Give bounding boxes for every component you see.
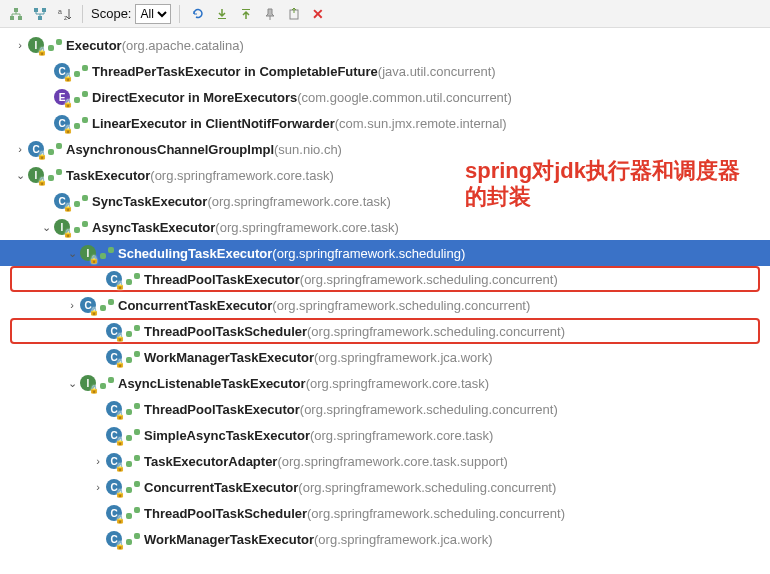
node-package: (sun.nio.ch) — [274, 142, 342, 157]
lock-icon: 🔒 — [63, 229, 73, 238]
chevron-right-icon[interactable]: › — [12, 141, 28, 157]
interface-icon: I🔒 — [80, 245, 96, 261]
lock-icon: 🔒 — [63, 99, 73, 108]
node-name: TaskExecutorAdapter — [144, 454, 277, 469]
tree-row[interactable]: ›C🔒ConcurrentTaskExecutor (org.springfra… — [0, 292, 770, 318]
node-name: AsyncTaskExecutor — [92, 220, 215, 235]
tree-row[interactable]: ⌄I🔒AsyncTaskExecutor (org.springframewor… — [0, 214, 770, 240]
implements-icon — [126, 507, 140, 519]
svg-rect-2 — [18, 16, 22, 20]
node-name: ThreadPoolTaskExecutor — [144, 402, 300, 417]
node-name: SchedulingTaskExecutor — [118, 246, 272, 261]
tree-row[interactable]: ›C🔒TaskExecutorAdapter (org.springframew… — [0, 448, 770, 474]
refresh-icon[interactable] — [188, 4, 208, 24]
node-name: AsynchronousChannelGroupImpl — [66, 142, 274, 157]
pin-icon[interactable] — [260, 4, 280, 24]
scope-label: Scope: — [91, 6, 131, 21]
chevron-right-icon[interactable]: › — [64, 297, 80, 313]
class-icon: C🔒 — [54, 193, 70, 209]
toolbar: az Scope: All ✕ — [0, 0, 770, 28]
class-icon: C🔒 — [106, 401, 122, 417]
node-package: (org.springframework.scheduling.concurre… — [300, 402, 558, 417]
lock-icon: 🔒 — [115, 437, 125, 446]
expand-all-icon[interactable] — [236, 4, 256, 24]
class-icon: C🔒 — [54, 63, 70, 79]
hierarchy-super-icon[interactable] — [30, 4, 50, 24]
implements-icon — [48, 39, 62, 51]
lock-icon: 🔒 — [37, 151, 47, 160]
sort-alpha-icon[interactable]: az — [54, 4, 74, 24]
node-package: (org.springframework.core.task) — [306, 376, 490, 391]
lock-icon: 🔒 — [37, 177, 47, 186]
export-icon[interactable] — [284, 4, 304, 24]
chevron-right-icon[interactable]: › — [90, 453, 106, 469]
tree-row[interactable]: ·C🔒SimpleAsyncTaskExecutor (org.springfr… — [0, 422, 770, 448]
tree-row[interactable]: ·C🔒SyncTaskExecutor (org.springframework… — [0, 188, 770, 214]
node-name: SyncTaskExecutor — [92, 194, 207, 209]
tree-row[interactable]: ›C🔒AsynchronousChannelGroupImpl (sun.nio… — [0, 136, 770, 162]
implements-icon — [126, 351, 140, 363]
tree-row[interactable]: ·E🔒DirectExecutor in MoreExecutors (com.… — [0, 84, 770, 110]
class-icon: C🔒 — [106, 427, 122, 443]
node-name: WorkManagerTaskExecutor — [144, 350, 314, 365]
interface-icon: I🔒 — [28, 37, 44, 53]
class-icon: C🔒 — [106, 453, 122, 469]
svg-rect-0 — [14, 8, 18, 12]
autoscroll-icon[interactable] — [212, 4, 232, 24]
node-name: SimpleAsyncTaskExecutor — [144, 428, 310, 443]
tree-row[interactable]: ·C🔒ThreadPoolTaskScheduler (org.springfr… — [10, 318, 760, 344]
lock-icon: 🔒 — [115, 515, 125, 524]
chevron-down-icon[interactable]: ⌄ — [64, 375, 80, 391]
tree-row[interactable]: ·C🔒ThreadPerTaskExecutor in CompletableF… — [0, 58, 770, 84]
lock-icon: 🔒 — [115, 411, 125, 420]
lock-icon: 🔒 — [115, 333, 125, 342]
node-package: (java.util.concurrent) — [378, 64, 496, 79]
node-name: ThreadPoolTaskScheduler — [144, 324, 307, 339]
node-package: (com.sun.jmx.remote.internal) — [335, 116, 507, 131]
lock-icon: 🔒 — [63, 73, 73, 82]
node-package: (org.springframework.scheduling.concurre… — [298, 480, 556, 495]
close-icon[interactable]: ✕ — [308, 4, 328, 24]
node-package: (org.springframework.jca.work) — [314, 350, 492, 365]
tree-row[interactable]: ⌄I🔒SchedulingTaskExecutor (org.springfra… — [0, 240, 770, 266]
implements-icon — [126, 533, 140, 545]
implements-icon — [100, 247, 114, 259]
implements-icon — [74, 117, 88, 129]
node-name: ConcurrentTaskExecutor — [118, 298, 272, 313]
tree-row[interactable]: ›C🔒ConcurrentTaskExecutor (org.springfra… — [0, 474, 770, 500]
chevron-right-icon[interactable]: › — [90, 479, 106, 495]
class-icon: C🔒 — [106, 479, 122, 495]
chevron-down-icon[interactable]: ⌄ — [38, 219, 54, 235]
scope-select[interactable]: All — [135, 4, 171, 24]
class-icon: C🔒 — [28, 141, 44, 157]
svg-rect-1 — [10, 16, 14, 20]
node-name: DirectExecutor in MoreExecutors — [92, 90, 297, 105]
tree-row[interactable]: ·C🔒ThreadPoolTaskExecutor (org.springfra… — [0, 396, 770, 422]
node-package: (org.springframework.core.task) — [207, 194, 391, 209]
node-package: (org.springframework.scheduling) — [272, 246, 465, 261]
interface-icon: I🔒 — [54, 219, 70, 235]
tree-row[interactable]: ·C🔒ThreadPoolTaskExecutor (org.springfra… — [10, 266, 760, 292]
chevron-right-icon[interactable]: › — [12, 37, 28, 53]
tree-row[interactable]: ⌄I🔒AsyncListenableTaskExecutor (org.spri… — [0, 370, 770, 396]
tree-row[interactable]: ·C🔒WorkManagerTaskExecutor (org.springfr… — [0, 526, 770, 552]
chevron-down-icon[interactable]: ⌄ — [64, 245, 80, 261]
implements-icon — [100, 299, 114, 311]
interface-icon: I🔒 — [28, 167, 44, 183]
svg-rect-3 — [38, 16, 42, 20]
tree-row[interactable]: ·C🔒ThreadPoolTaskScheduler (org.springfr… — [0, 500, 770, 526]
chevron-down-icon[interactable]: ⌄ — [12, 167, 28, 183]
node-package: (org.springframework.core.task.support) — [277, 454, 507, 469]
tree-row[interactable]: ⌄I🔒TaskExecutor (org.springframework.cor… — [0, 162, 770, 188]
tree-row[interactable]: ·C🔒WorkManagerTaskExecutor (org.springfr… — [0, 344, 770, 370]
tree-row[interactable]: ·C🔒LinearExecutor in ClientNotifForwarde… — [0, 110, 770, 136]
lock-icon: 🔒 — [37, 47, 47, 56]
node-package: (org.springframework.scheduling.concurre… — [300, 272, 558, 287]
implements-icon — [126, 325, 140, 337]
node-package: (org.springframework.jca.work) — [314, 532, 492, 547]
tree-row[interactable]: ›I🔒Executor (org.apache.catalina) — [0, 32, 770, 58]
class-icon: C🔒 — [106, 323, 122, 339]
implements-icon — [126, 429, 140, 441]
lock-icon: 🔒 — [115, 463, 125, 472]
hierarchy-class-icon[interactable] — [6, 4, 26, 24]
